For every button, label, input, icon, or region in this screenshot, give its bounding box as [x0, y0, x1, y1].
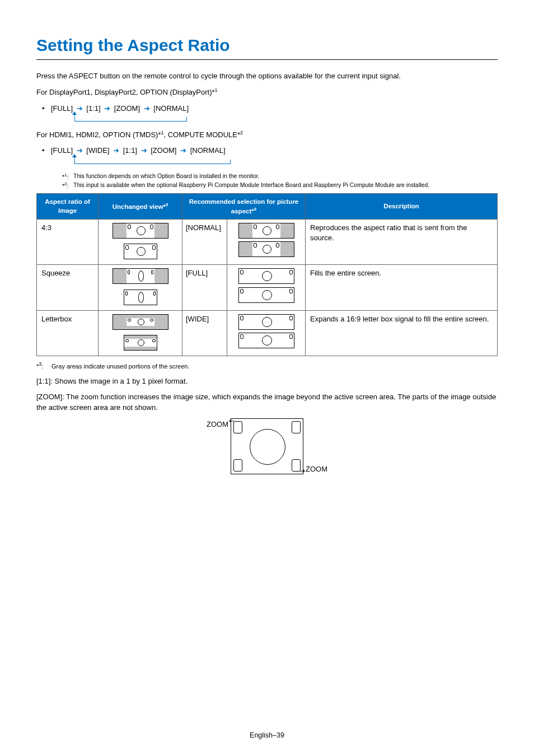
cycle-hdmi-4: [NORMAL]: [190, 146, 226, 155]
arrow-icon: ➔: [102, 104, 112, 114]
fn1-mark: 1: [64, 172, 67, 178]
td-ratio: Squeeze: [37, 265, 99, 310]
page-title: Setting the Aspect Ratio: [36, 34, 498, 60]
return-arrow: [65, 156, 498, 164]
th-ratio: Aspect ratio of image: [37, 193, 99, 219]
fn2-mark: 2: [64, 181, 67, 186]
cycle-dp-0: [FULL]: [51, 104, 73, 113]
td-desc: Fills the entire screen.: [306, 265, 498, 310]
intro-text: Press the ASPECT button on the remote co…: [36, 71, 498, 81]
th-rec-text: Recommended selection for picture aspect…: [189, 198, 299, 214]
zoom-diagram: ZOOM ↖ ↖ ZOOM: [183, 418, 351, 474]
cycle-hdmi-2: [1:1]: [123, 146, 137, 155]
cycle-dp: [FULL] ➔ [1:1] ➔ [ZOOM] ➔ [NORMAL]: [36, 104, 498, 122]
arrow-icon: ➔: [111, 146, 121, 156]
cycle-hdmi-1: [WIDE]: [86, 146, 109, 155]
th-unchanged-sup: 3: [166, 202, 168, 207]
note-11: [1:1]: Shows the image in a 1 by 1 pixel…: [36, 376, 498, 386]
th-desc: Description: [306, 193, 498, 219]
td-unchanged-img: [99, 219, 182, 264]
footnotes-upper: *1: This function depends on which Optio…: [62, 172, 498, 190]
hdmi-sup2: 2: [240, 130, 243, 136]
th-rec: Recommended selection for picture aspect…: [182, 193, 306, 219]
td-rec-img: [227, 219, 306, 264]
fn1-text: This function depends on which Option Bo…: [73, 172, 260, 181]
table-row: Squeeze [FULL]: [37, 265, 498, 310]
hdmi-line: For HDMI1, HDMI2, OPTION (TMDS)*1, COMPU…: [36, 129, 498, 141]
table-row: 4:3 [NORMAL]: [37, 219, 498, 264]
footnote3: *3: Gray areas indicate unused portions …: [36, 361, 498, 371]
cycle-dp-2: [ZOOM]: [114, 104, 140, 113]
td-unchanged-img: [99, 310, 182, 356]
page-footer: English–39: [36, 731, 498, 741]
fn3-mark: 3: [39, 361, 41, 367]
hdmi-line-a: For HDMI1, HDMI2, OPTION (TMDS)*: [36, 130, 161, 139]
arrow-icon: ➔: [142, 104, 152, 114]
cycle-dp-1: [1:1]: [86, 104, 100, 113]
hdmi-line-b: , COMPUTE MODULE*: [163, 130, 240, 139]
dp-sup: 1: [215, 87, 218, 93]
cycle-hdmi-3: [ZOOM]: [151, 146, 176, 155]
fn3-text: Gray areas indicate unused portions of t…: [51, 363, 189, 370]
td-ratio: 4:3: [37, 219, 99, 264]
th-unchanged: Unchanged view*3: [99, 193, 182, 219]
cycle-hdmi: [FULL] ➔ [WIDE] ➔ [1:1] ➔ [ZOOM] ➔ [NORM…: [36, 146, 498, 164]
th-unchanged-text: Unchanged view*: [113, 203, 166, 210]
dp-line-text: For DisplayPort1, DisplayPort2, OPTION (…: [36, 88, 215, 97]
cycle-hdmi-0: [FULL]: [51, 146, 73, 155]
td-ratio: Letterbox: [37, 310, 99, 356]
td-rec-label: [NORMAL]: [182, 219, 227, 264]
td-rec-img: [227, 310, 306, 356]
td-rec-label: [FULL]: [182, 265, 227, 310]
fn2-text: This input is available when the optiona…: [73, 181, 429, 190]
cycle-dp-3: [NORMAL]: [153, 104, 189, 113]
td-rec-label: [WIDE]: [182, 310, 227, 356]
td-desc: Expands a 16:9 letter box signal to fill…: [306, 310, 498, 356]
note-zoom: [ZOOM]: The zoom function increases the …: [36, 392, 498, 412]
arrow-icon: ➔: [139, 146, 149, 156]
td-desc: Reproduces the aspect ratio that is sent…: [306, 219, 498, 264]
aspect-table: Aspect ratio of image Unchanged view*3 R…: [36, 193, 498, 356]
th-rec-sup: 3: [254, 207, 256, 212]
dp-line: For DisplayPort1, DisplayPort2, OPTION (…: [36, 87, 498, 98]
td-rec-img: [227, 265, 306, 310]
arrow-icon: ➔: [179, 146, 188, 156]
table-row: Letterbox [W: [37, 310, 498, 356]
return-arrow: [65, 114, 498, 122]
td-unchanged-img: [99, 265, 182, 310]
